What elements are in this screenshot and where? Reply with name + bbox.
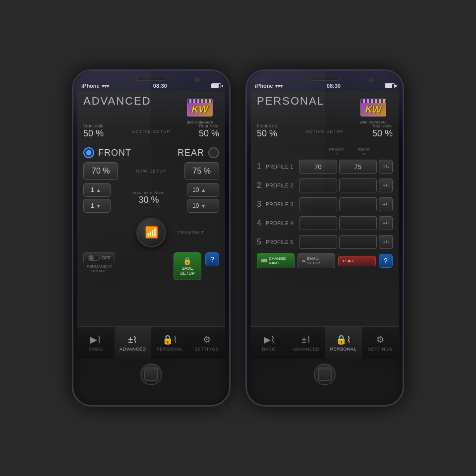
active-setup-label: ACTIVE SETUP <box>104 129 199 134</box>
lock-icon: 🔒 <box>183 257 191 265</box>
help-btn-personal[interactable]: ? <box>379 254 393 268</box>
percent-row: 70 % NEW SETUP 75 % <box>83 162 219 180</box>
screen-content-advanced: ADVANCED KW ddc coilovers Front Axle 50 … <box>77 91 225 358</box>
profile-front-5[interactable] <box>299 235 337 249</box>
ddc-text-personal: ddc coilovers <box>360 120 387 124</box>
app-title-personal: PERSONAL <box>257 95 324 107</box>
front-axle-label-p: Front Axle <box>257 123 277 128</box>
front-axle-item: Front Axle 50 % <box>83 123 104 139</box>
action-spacer <box>378 147 393 156</box>
profile-row-1: 1 PROFILE 1 70 75 +/- <box>257 158 393 175</box>
profile-front-3[interactable] <box>299 197 337 211</box>
profile-action-5[interactable]: +/- <box>379 235 393 249</box>
profile-name-4: PROFILE 4 <box>266 221 298 226</box>
new-setup-label: NEW SETUP <box>118 169 184 174</box>
rear-axle-item: Rear Axle 50 % <box>199 123 219 139</box>
kw-logo-personal: KW ddc coilovers <box>360 99 387 125</box>
profile-num-5: 5 <box>257 238 266 246</box>
profile-front-2[interactable] <box>299 178 337 192</box>
email-btn[interactable]: ✉ EMAIL SETUP <box>298 253 335 268</box>
phone-bottom-advanced <box>73 358 229 391</box>
personal-bottom: ⌨ CHANGE NAME ✉ EMAIL SETUP ↩ ALL ? <box>257 253 393 268</box>
profile-row-4: 4 PROFILE 4 +/- <box>257 215 393 232</box>
profile-num-1: 1 <box>257 162 266 171</box>
rear-down-val: 10 <box>192 202 199 209</box>
rear-up-btn[interactable]: 10 ▲ <box>187 183 219 197</box>
transmit-btn[interactable]: 📶 <box>136 218 166 247</box>
screen-content-personal: PERSONAL KW ddc coilovers Front Axle 50 … <box>251 91 399 358</box>
rear-radio-btn[interactable] <box>208 147 219 158</box>
profile-rear-3[interactable] <box>339 197 377 211</box>
max-axle-value: 30 % <box>111 195 187 205</box>
front-steppers: 1 ▲ 1 ▼ <box>83 183 111 213</box>
home-btn-personal[interactable] <box>314 363 336 385</box>
profile-num-3: 3 <box>257 200 266 209</box>
down-arrow-icon: ▼ <box>96 203 101 209</box>
profile-num-4: 4 <box>257 219 266 228</box>
profile-action-1[interactable]: +/- <box>379 160 393 174</box>
time-label-personal: 08:30 <box>327 83 341 89</box>
profile-name-1: PROFILE 1 <box>266 164 298 170</box>
transmit-label: TRANSMIT <box>178 230 204 235</box>
battery-fill-personal <box>385 84 392 88</box>
name-spacer <box>291 147 323 156</box>
front-down-label: 1 <box>91 202 94 209</box>
email-icon: ✉ <box>302 259 305 263</box>
battery-icon-personal <box>385 83 395 88</box>
front-radio-btn[interactable] <box>83 147 94 158</box>
axle-row-personal: Front Axle 50 % ACTIVE SETUP Rear Axle 5… <box>257 123 393 139</box>
profile-action-4[interactable]: +/- <box>379 216 393 230</box>
axle-row-advanced: Front Axle 50 % ACTIVE SETUP Rear Axle 5… <box>83 123 219 139</box>
kw-text-personal: KW <box>365 104 381 115</box>
personal-table: FRONT% REAR% 1 PROFILE 1 70 75 +/- 2 <box>257 147 393 250</box>
phone-top-personal <box>247 71 403 81</box>
rear-axle-value-p: 50 % <box>372 128 393 139</box>
divider-personal <box>257 143 393 143</box>
profile-front-1[interactable]: 70 <box>299 160 337 174</box>
home-inner <box>144 367 158 381</box>
all-btn[interactable]: ↩ ALL <box>338 256 376 266</box>
phone-bottom-personal <box>247 358 403 391</box>
status-left-personal: iPhone ▾▾▾ <box>255 83 283 89</box>
help-btn[interactable]: ? <box>205 252 219 266</box>
profile-action-3[interactable]: +/- <box>379 197 393 211</box>
front-percent-btn[interactable]: 70 % <box>83 162 118 180</box>
rear-section: REAR <box>178 147 219 158</box>
profile-rear-5[interactable] <box>339 235 377 249</box>
front-down-btn[interactable]: 1 ▼ <box>83 199 111 213</box>
phone-advanced: iPhone ▾▾▾ 08:30 ADVANCED KW <box>72 69 231 407</box>
rear-percent-btn[interactable]: 75 % <box>184 162 219 180</box>
change-name-btn[interactable]: ⌨ CHANGE NAME <box>257 253 295 268</box>
header-personal: PERSONAL KW ddc coilovers <box>257 95 393 119</box>
rear-down-arrow: ▼ <box>201 203 206 209</box>
rear-col-header: REAR% <box>351 147 378 156</box>
profile-front-4[interactable] <box>299 216 337 230</box>
phone-camera-personal <box>369 78 373 82</box>
screen-personal: PERSONAL KW ddc coilovers Front Axle 50 … <box>251 91 399 358</box>
kw-box: KW <box>187 99 213 117</box>
toggle-btn[interactable]: OFF <box>83 252 115 263</box>
home-inner-personal <box>318 367 332 381</box>
profile-row-3: 3 PROFILE 3 +/- <box>257 196 393 213</box>
profile-rear-4[interactable] <box>339 216 377 230</box>
profile-rear-2[interactable] <box>339 178 377 192</box>
ddc-text: ddc coilovers <box>187 120 213 124</box>
kw-box-personal: KW <box>360 99 386 117</box>
toggle-knob <box>89 255 94 260</box>
profile-rear-1[interactable]: 75 <box>339 160 377 174</box>
front-up-btn[interactable]: 1 ▲ <box>83 183 111 197</box>
save-btn[interactable]: 🔒 SAVESETUP <box>174 252 201 280</box>
front-axle-value: 50 % <box>83 128 104 139</box>
max-axle-label: max. axle offset <box>111 190 187 195</box>
home-btn-advanced[interactable] <box>140 363 162 385</box>
rear-down-btn[interactable]: 10 ▼ <box>187 199 219 213</box>
phone-personal: iPhone ▾▾▾ 08:30 PERSONAL KW <box>245 69 404 407</box>
num-spacer <box>282 147 291 156</box>
rear-axle-item-p: Rear Axle 50 % <box>372 123 393 139</box>
front-rear-selector: FRONT REAR <box>83 147 219 158</box>
status-bar-personal: iPhone ▾▾▾ 08:30 <box>247 81 403 91</box>
profile-action-2[interactable]: +/- <box>379 178 393 192</box>
arrow-icon: ↩ <box>343 259 346 263</box>
screen-advanced: ADVANCED KW ddc coilovers Front Axle 50 … <box>77 91 225 358</box>
app-title-advanced: ADVANCED <box>83 95 151 107</box>
